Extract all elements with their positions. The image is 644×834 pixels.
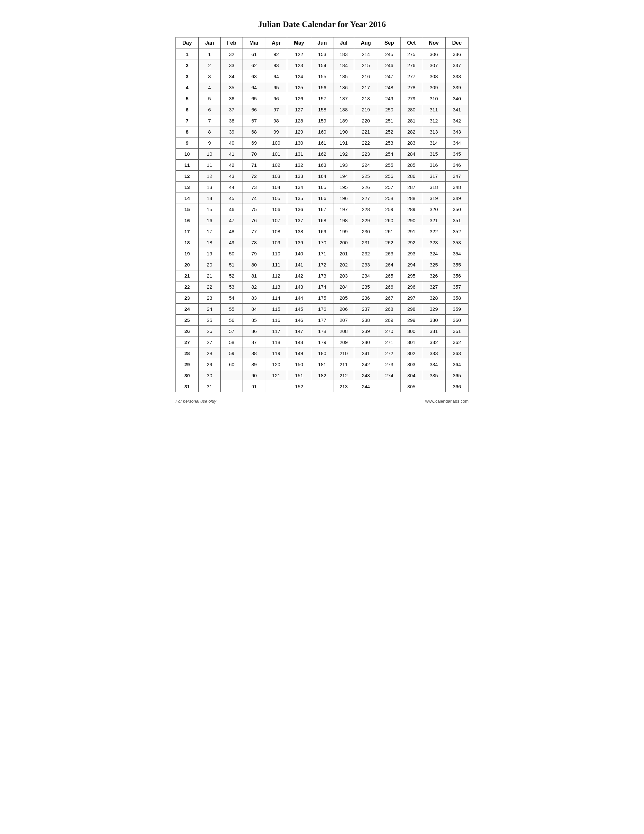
cell-oct: 297 [401,293,422,304]
cell-day: 10 [176,149,199,160]
cell-apr: 106 [265,204,287,215]
cell-feb: 60 [220,359,243,370]
cell-mar: 78 [243,237,265,248]
cell-jun: 167 [311,204,333,215]
table-row: 22336293123154184215246276307337 [176,60,468,71]
cell-sep: 269 [378,315,400,326]
cell-day: 28 [176,348,199,359]
cell-day: 16 [176,215,199,226]
cell-sep: 270 [378,326,400,337]
cell-apr: 99 [265,126,287,137]
col-header-sep: Sep [378,37,400,49]
cell-aug: 231 [354,237,378,248]
cell-aug: 217 [354,82,378,93]
cell-day: 2 [176,60,199,71]
table-row: 29296089120150181211242273303334364 [176,359,468,370]
cell-jul: 189 [333,115,354,126]
cell-sep: 272 [378,348,400,359]
cell-day: 4 [176,82,199,93]
cell-jan: 21 [199,270,220,281]
cell-oct: 282 [401,126,422,137]
cell-jun: 174 [311,281,333,293]
cell-dec: 354 [445,248,468,259]
cell-sep: 257 [378,182,400,193]
cell-sep: 262 [378,237,400,248]
cell-feb: 48 [220,226,243,237]
cell-mar: 85 [243,315,265,326]
cell-day: 5 [176,93,199,104]
cell-apr: 107 [265,215,287,226]
cell-apr: 118 [265,337,287,348]
cell-jul: 184 [333,60,354,71]
cell-dec: 347 [445,171,468,182]
cell-jul: 191 [333,137,354,149]
cell-mar: 91 [243,381,265,392]
col-header-jan: Jan [199,37,220,49]
cell-jan: 11 [199,160,220,171]
col-header-day: Day [176,37,199,49]
cell-jan: 16 [199,215,220,226]
cell-dec: 337 [445,60,468,71]
cell-apr: 120 [265,359,287,370]
cell-sep: 246 [378,60,400,71]
table-row: 66376697127158188219250280311341 [176,104,468,115]
cell-dec: 364 [445,359,468,370]
cell-aug: 241 [354,348,378,359]
cell-nov: 316 [422,160,445,171]
col-header-mar: Mar [243,37,265,49]
cell-jul: 211 [333,359,354,370]
cell-mar: 69 [243,137,265,149]
col-header-feb: Feb [220,37,243,49]
cell-sep: 245 [378,49,400,60]
cell-dec: 361 [445,326,468,337]
cell-nov: 330 [422,315,445,326]
cell-aug: 244 [354,381,378,392]
cell-may: 149 [287,348,311,359]
cell-apr: 93 [265,60,287,71]
cell-mar: 77 [243,226,265,237]
cell-day: 23 [176,293,199,304]
cell-mar: 89 [243,359,265,370]
cell-sep: 261 [378,226,400,237]
calendar-table: DayJanFebMarAprMayJunJulAugSepOctNovDec … [176,37,468,392]
footer-right: www.calendarlabs.com [425,399,468,404]
cell-feb: 59 [220,348,243,359]
table-row: 26265786117147178208239270300331361 [176,326,468,337]
cell-jun: 171 [311,248,333,259]
cell-dec: 366 [445,381,468,392]
cell-feb: 42 [220,160,243,171]
cell-nov: 323 [422,237,445,248]
cell-jul: 206 [333,304,354,315]
cell-may: 134 [287,182,311,193]
cell-jul: 213 [333,381,354,392]
cell-aug: 221 [354,126,378,137]
cell-oct: 281 [401,115,422,126]
cell-sep: 273 [378,359,400,370]
col-header-nov: Nov [422,37,445,49]
cell-feb: 53 [220,281,243,293]
cell-mar: 71 [243,160,265,171]
cell-day: 24 [176,304,199,315]
cell-feb: 58 [220,337,243,348]
cell-jun: 160 [311,126,333,137]
cell-aug: 238 [354,315,378,326]
cell-apr: 121 [265,370,287,381]
cell-may: 122 [287,49,311,60]
cell-feb: 57 [220,326,243,337]
cell-sep: 255 [378,160,400,171]
cell-oct: 292 [401,237,422,248]
cell-feb: 39 [220,126,243,137]
cell-aug: 240 [354,337,378,348]
cell-feb: 36 [220,93,243,104]
cell-sep: 258 [378,193,400,204]
cell-jun: 168 [311,215,333,226]
cell-jul: 208 [333,326,354,337]
cell-dec: 356 [445,270,468,281]
cell-jul: 190 [333,126,354,137]
cell-may: 152 [287,381,311,392]
table-row: 17174877108138169199230261291322352 [176,226,468,237]
cell-jun: 166 [311,193,333,204]
cell-jan: 7 [199,115,220,126]
cell-jan: 14 [199,193,220,204]
cell-jan: 29 [199,359,220,370]
